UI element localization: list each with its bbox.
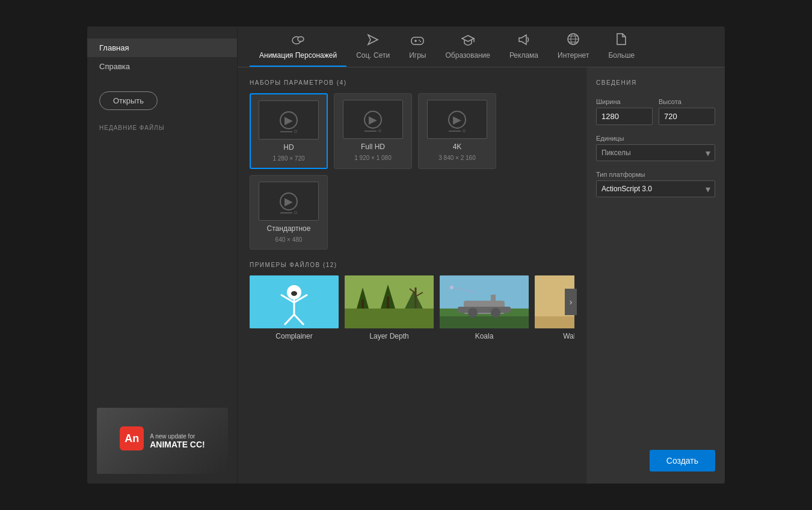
graduation-icon <box>461 34 475 48</box>
info-units-row: Единицы Пикселы Дюймы Сантиметры <box>596 135 715 161</box>
tab-label-web: Интернет <box>558 51 589 60</box>
svg-rect-24 <box>345 309 434 328</box>
svg-point-1 <box>298 37 304 41</box>
preset-standard-name: Стандартное <box>267 224 311 233</box>
samples-wrapper: Complainer <box>250 275 574 340</box>
banner-logo: An <box>120 426 144 450</box>
content-area: Наборы Параметров (4) ▶ HD <box>238 67 725 484</box>
info-platform-select-wrapper: ActionScript 3.0 HTML5 Canvas WebGL <box>596 180 715 197</box>
sidebar-banner: An A new update for ANIMATE CC! <box>97 408 228 474</box>
info-platform-select[interactable]: ActionScript 3.0 HTML5 Canvas WebGL <box>596 180 715 197</box>
play-icon-standard: ▶ <box>285 195 293 208</box>
samples-section: Примеры Файлов (12) <box>250 262 574 340</box>
tab-label-games: Игры <box>409 51 426 60</box>
chat-bubbles-icon <box>292 35 305 48</box>
create-button[interactable]: Создать <box>650 450 715 472</box>
info-platform-row: Тип платформы ActionScript 3.0 HTML5 Can… <box>596 171 715 197</box>
gamepad-icon <box>410 35 425 48</box>
globe-icon <box>567 32 580 48</box>
svg-rect-37 <box>458 307 511 313</box>
svg-rect-38 <box>491 295 496 306</box>
info-platform-label: Тип платформы <box>596 171 715 178</box>
tab-social[interactable]: Соц. Сети <box>346 28 399 67</box>
preset-hd-name: HD <box>283 143 294 152</box>
tab-web[interactable]: Интернет <box>548 26 598 67</box>
tab-education[interactable]: Образование <box>436 28 500 67</box>
samples-title: Примеры Файлов (12) <box>250 262 574 268</box>
info-height-field: Высота <box>659 98 715 125</box>
info-panel: Сведения Ширина Высота Единицы <box>586 67 725 484</box>
main-content: Анимация Персонажей Соц. Сети <box>238 26 725 484</box>
tab-label-character: Анимация Персонажей <box>259 51 337 60</box>
document-icon <box>616 32 627 48</box>
presets-grid: ▶ HD 1 280 × 720 <box>250 93 574 250</box>
preset-4k[interactable]: ▶ 4K 3 840 × 2 160 <box>418 93 496 169</box>
center-panel: Наборы Параметров (4) ▶ HD <box>238 67 586 484</box>
sidebar-bottom: An A new update for ANIMATE CC! <box>87 398 237 484</box>
tab-more[interactable]: Больше <box>598 26 644 67</box>
megaphone-icon <box>517 34 531 48</box>
app-window: Главная Справка Открыть Недавние файлы A… <box>87 26 725 484</box>
svg-rect-3 <box>411 37 423 45</box>
presets-title: Наборы Параметров (4) <box>250 79 574 86</box>
svg-rect-35 <box>440 316 529 328</box>
send-icon <box>367 34 379 48</box>
info-width-label: Ширина <box>596 98 653 105</box>
info-height-label: Высота <box>659 98 715 105</box>
sample-layerdepth[interactable]: Layer Depth <box>345 275 434 340</box>
svg-point-6 <box>419 40 420 41</box>
svg-marker-2 <box>368 35 378 45</box>
tab-games[interactable]: Игры <box>399 29 435 67</box>
sample-walkcycle-name: Walkcycle <box>563 332 574 340</box>
sample-koala[interactable]: Koala <box>440 275 529 340</box>
info-units-select[interactable]: Пикселы Дюймы Сантиметры <box>596 144 715 161</box>
svg-point-7 <box>420 41 421 42</box>
sample-thumb-koala <box>440 275 529 328</box>
sidebar-item-home[interactable]: Главная <box>87 38 237 57</box>
preset-4k-name: 4K <box>453 143 462 151</box>
info-units-label: Единицы <box>596 135 715 142</box>
tabs-bar: Анимация Персонажей Соц. Сети <box>238 26 725 67</box>
preset-standard-thumbnail: ▶ <box>259 182 319 221</box>
svg-rect-44 <box>535 316 574 328</box>
preset-fullhd-name: Full HD <box>361 143 385 151</box>
svg-point-39 <box>468 308 478 318</box>
preset-standard[interactable]: ▶ Стандартное 640 × 480 <box>250 175 328 250</box>
preset-hd[interactable]: ▶ HD 1 280 × 720 <box>250 93 328 169</box>
banner-tagline: A new update for <box>150 433 205 440</box>
preset-standard-size: 640 × 480 <box>275 236 303 243</box>
preset-hd-size: 1 280 × 720 <box>272 155 304 162</box>
info-height-input[interactable] <box>659 108 715 125</box>
info-panel-title: Сведения <box>596 79 715 86</box>
tab-label-education: Образование <box>446 51 490 60</box>
sidebar-item-help[interactable]: Справка <box>87 57 237 76</box>
svg-rect-28 <box>361 300 364 309</box>
preset-4k-size: 3 840 × 2 160 <box>438 155 475 161</box>
sidebar-nav: Главная Справка <box>87 26 237 82</box>
preset-fullhd[interactable]: ▶ Full HD 1 920 × 1 080 <box>334 93 412 169</box>
preset-4k-thumbnail: ▶ <box>427 100 487 139</box>
tab-character-animation[interactable]: Анимация Персонажей <box>250 29 346 67</box>
svg-point-42 <box>450 286 454 289</box>
samples-row: Complainer <box>250 275 574 340</box>
tab-label-social: Соц. Сети <box>356 51 390 60</box>
samples-next-button[interactable]: › <box>565 289 577 315</box>
banner-title: ANIMATE CC! <box>150 440 205 449</box>
presets-section: Наборы Параметров (4) ▶ HD <box>250 79 574 250</box>
sample-complainer-name: Complainer <box>275 332 312 340</box>
sidebar: Главная Справка Открыть Недавние файлы A… <box>87 26 238 484</box>
preset-fullhd-thumbnail: ▶ <box>343 100 403 139</box>
svg-marker-8 <box>462 35 474 41</box>
svg-point-40 <box>491 308 500 318</box>
sample-complainer[interactable]: Complainer <box>250 275 339 340</box>
play-icon-4k: ▶ <box>453 113 461 126</box>
info-width-field: Ширина <box>596 98 653 125</box>
recent-files-label: Недавние файлы <box>87 120 237 135</box>
info-width-input[interactable] <box>596 108 653 125</box>
preset-fullhd-size: 1 920 × 1 080 <box>354 155 391 161</box>
open-button[interactable]: Открыть <box>99 91 158 110</box>
sample-koala-name: Koala <box>475 332 494 340</box>
preset-hd-thumbnail: ▶ <box>259 100 319 140</box>
tab-advertising[interactable]: Реклама <box>500 28 548 67</box>
svg-rect-29 <box>387 296 389 309</box>
